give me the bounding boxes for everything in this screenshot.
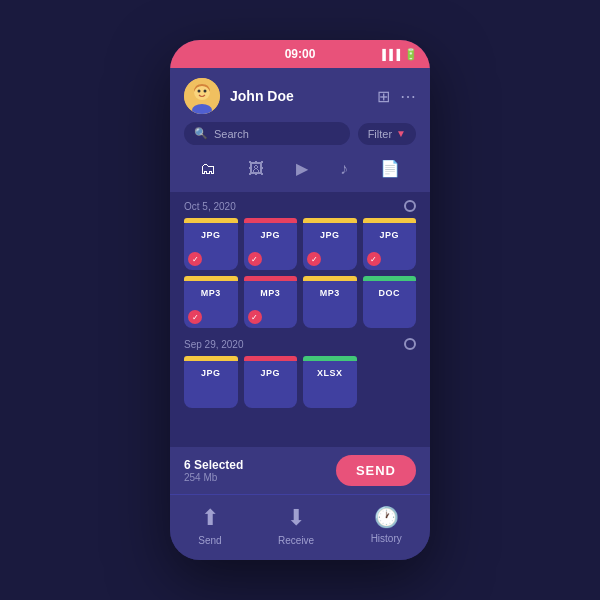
file-type: JPG <box>260 368 280 378</box>
search-icon: 🔍 <box>194 127 208 140</box>
bar <box>363 276 417 281</box>
file-card[interactable]: MP3 ✓ <box>244 276 298 328</box>
nav-history-label: History <box>371 533 402 544</box>
search-bar: 🔍 Search Filter ▼ <box>170 122 430 155</box>
file-type: JPG <box>320 230 340 240</box>
bottom-nav: ⬆ Send ⬇ Receive 🕐 History <box>170 494 430 560</box>
file-type: JPG <box>201 230 221 240</box>
nav-send-label: Send <box>198 535 221 546</box>
date-label-sep: Sep 29, 2020 <box>184 339 244 350</box>
file-card[interactable]: MP3 ✓ <box>184 276 238 328</box>
bar <box>244 218 298 223</box>
file-type: MP3 <box>320 288 340 298</box>
header-icons: ⊞ ⋯ <box>377 87 416 106</box>
avatar <box>184 78 220 114</box>
file-type: JPG <box>201 368 221 378</box>
nav-receive-label: Receive <box>278 535 314 546</box>
header: John Doe ⊞ ⋯ <box>170 68 430 122</box>
nav-receive[interactable]: ⬇ Receive <box>278 505 314 546</box>
check-badge: ✓ <box>188 310 202 324</box>
file-card[interactable]: JPG ✓ <box>244 218 298 270</box>
date-header-sep: Sep 29, 2020 <box>184 338 416 350</box>
tab-all[interactable]: 🗂 <box>196 156 220 182</box>
status-time: 09:00 <box>285 47 316 61</box>
send-button[interactable]: SEND <box>336 455 416 486</box>
file-type-tabs: 🗂 🖼 ▶ ♪ 📄 <box>170 155 430 192</box>
selection-size: 254 Mb <box>184 472 243 483</box>
file-card[interactable]: JPG ✓ <box>184 218 238 270</box>
file-card[interactable]: JPG <box>244 356 298 408</box>
phone-container: 09:00 ▐▐▐ 🔋 John Doe ⊞ ⋯ <box>170 40 430 560</box>
file-type: MP3 <box>201 288 221 298</box>
file-card[interactable]: MP3 <box>303 276 357 328</box>
bar <box>303 276 357 281</box>
tab-video[interactable]: ▶ <box>292 155 312 182</box>
tab-doc[interactable]: 📄 <box>376 155 404 182</box>
bar <box>184 218 238 223</box>
more-icon[interactable]: ⋯ <box>400 87 416 106</box>
filter-label: Filter <box>368 128 392 140</box>
main-content: Oct 5, 2020 JPG ✓ JPG ✓ JPG ✓ <box>170 192 430 447</box>
selection-bar: 6 Selected 254 Mb SEND <box>170 447 430 494</box>
date-section-oct: Oct 5, 2020 JPG ✓ JPG ✓ JPG ✓ <box>184 200 416 328</box>
filter-button[interactable]: Filter ▼ <box>358 123 416 145</box>
files-grid-sep: JPG JPG XLSX <box>184 356 416 408</box>
tab-image[interactable]: 🖼 <box>244 156 268 182</box>
date-circle-oct <box>404 200 416 212</box>
tab-audio[interactable]: ♪ <box>336 156 352 182</box>
date-label-oct: Oct 5, 2020 <box>184 201 236 212</box>
file-card[interactable]: JPG ✓ <box>303 218 357 270</box>
file-type: JPG <box>260 230 280 240</box>
user-name: John Doe <box>230 88 367 104</box>
check-badge: ✓ <box>367 252 381 266</box>
date-circle-sep <box>404 338 416 350</box>
date-section-sep: Sep 29, 2020 JPG JPG XLSX <box>184 338 416 408</box>
bar <box>363 218 417 223</box>
bar <box>303 218 357 223</box>
date-header-oct: Oct 5, 2020 <box>184 200 416 212</box>
check-badge: ✓ <box>307 252 321 266</box>
bar <box>184 356 238 361</box>
file-type: JPG <box>379 230 399 240</box>
grid-icon[interactable]: ⊞ <box>377 87 390 106</box>
history-nav-icon: 🕐 <box>374 505 399 529</box>
files-grid-oct: JPG ✓ JPG ✓ JPG ✓ JPG ✓ <box>184 218 416 328</box>
bar <box>244 276 298 281</box>
signal-icon: ▐▐▐ <box>379 49 400 60</box>
bar <box>303 356 357 361</box>
selection-count: 6 Selected <box>184 458 243 472</box>
file-card[interactable]: JPG <box>184 356 238 408</box>
avatar-svg <box>184 78 220 114</box>
svg-point-3 <box>204 90 207 93</box>
file-type: DOC <box>379 288 401 298</box>
check-badge: ✓ <box>188 252 202 266</box>
nav-send[interactable]: ⬆ Send <box>198 505 221 546</box>
selection-info: 6 Selected 254 Mb <box>184 458 243 483</box>
file-type: XLSX <box>317 368 343 378</box>
svg-point-2 <box>198 90 201 93</box>
search-placeholder: Search <box>214 128 249 140</box>
send-nav-icon: ⬆ <box>201 505 219 531</box>
battery-icon: 🔋 <box>404 48 418 61</box>
nav-history[interactable]: 🕐 History <box>371 505 402 546</box>
filter-icon: ▼ <box>396 128 406 139</box>
file-type: MP3 <box>260 288 280 298</box>
status-icons: ▐▐▐ 🔋 <box>379 48 418 61</box>
status-bar: 09:00 ▐▐▐ 🔋 <box>170 40 430 68</box>
file-card[interactable]: DOC <box>363 276 417 328</box>
check-badge: ✓ <box>248 252 262 266</box>
file-card[interactable]: XLSX <box>303 356 357 408</box>
receive-nav-icon: ⬇ <box>287 505 305 531</box>
bar <box>244 356 298 361</box>
file-card[interactable]: JPG ✓ <box>363 218 417 270</box>
check-badge: ✓ <box>248 310 262 324</box>
search-input-wrap[interactable]: 🔍 Search <box>184 122 350 145</box>
bar <box>184 276 238 281</box>
